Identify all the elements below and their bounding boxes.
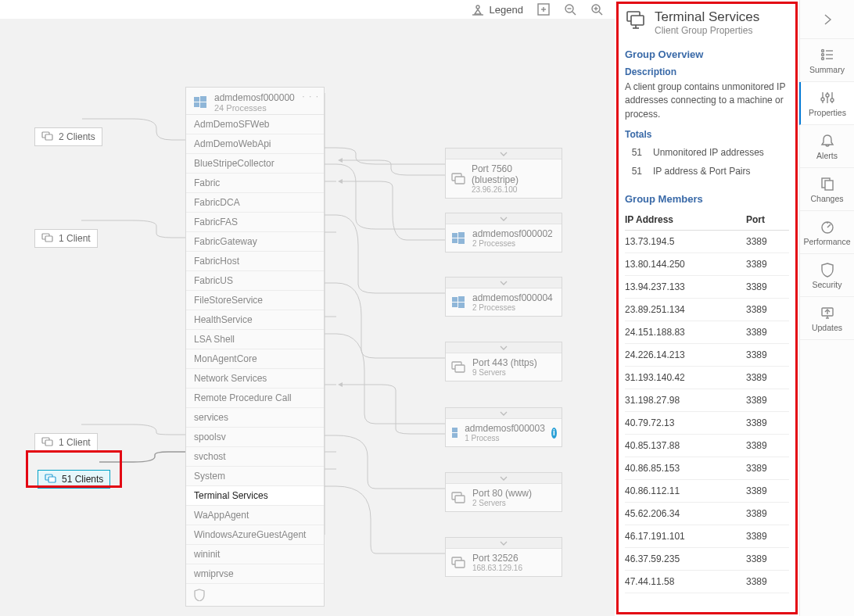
dependency-node[interactable]: Port 80 (www) 2 Servers (445, 472, 562, 512)
process-row[interactable]: wininit (186, 545, 324, 564)
rail-expand[interactable] (800, 0, 854, 39)
table-row[interactable]: 31.198.27.98 3389 (625, 389, 789, 412)
svg-marker-28 (338, 382, 343, 387)
process-row[interactable]: WindowsAzureGuestAgent (186, 525, 324, 545)
cell-port: 3389 (746, 412, 789, 435)
chevron-down-icon (500, 151, 508, 157)
expand-bar[interactable] (446, 342, 562, 353)
process-row[interactable]: BlueStripeCollector (186, 154, 324, 174)
dependency-node[interactable]: Port 32526 168.63.129.16 (445, 537, 562, 577)
cell-port: 3389 (746, 548, 789, 571)
table-row[interactable]: 13.80.144.250 3389 (625, 253, 789, 276)
process-row[interactable]: svchost (186, 447, 324, 467)
rail-tab-performance[interactable]: Performance (800, 211, 854, 254)
process-row[interactable]: FileStoreService (186, 291, 324, 310)
client-group-chip[interactable]: 1 Client (34, 433, 98, 452)
table-row[interactable]: 31.193.140.42 3389 (625, 367, 789, 389)
zoom-out-button[interactable] (564, 3, 576, 16)
dependency-node[interactable]: Port 7560 (bluestripe) 23.96.26.100 (445, 148, 562, 199)
dependency-node[interactable]: admdemosf000002 2 Processes (445, 213, 562, 252)
rail-tab-properties[interactable]: Properties (799, 82, 854, 125)
client-chip-label: 2 Clients (59, 131, 95, 142)
process-row[interactable]: Terminal Services (186, 486, 324, 506)
process-row[interactable]: Network Services (186, 369, 324, 389)
machine-node[interactable]: admdemosf000000 24 Processes · · · AdmDe… (185, 87, 325, 607)
table-row[interactable]: 40.85.137.88 3389 (625, 435, 789, 457)
dependency-node[interactable]: admdemosf000004 2 Processes (445, 277, 562, 317)
process-row[interactable]: FabricFAS (186, 213, 324, 232)
machine-header[interactable]: admdemosf000000 24 Processes · · · (186, 88, 324, 115)
cell-ip: 40.86.112.11 (625, 480, 746, 503)
process-row[interactable]: wmiprvse (186, 564, 324, 584)
machine-footer (186, 584, 324, 606)
cell-ip: 47.44.11.58 (625, 571, 746, 593)
svg-rect-58 (455, 496, 465, 503)
process-row[interactable]: FabricGateway (186, 232, 324, 252)
rail-tab-alerts[interactable]: Alerts (800, 125, 854, 168)
table-row[interactable]: 23.89.251.134 3389 (625, 299, 789, 321)
expand-bar[interactable] (446, 278, 562, 288)
process-row[interactable]: LSA Shell (186, 330, 324, 349)
cell-ip: 31.193.140.42 (625, 367, 746, 389)
zoom-in-button[interactable] (590, 3, 603, 16)
process-row[interactable]: services (186, 408, 324, 428)
totals-heading: Totals (625, 129, 789, 140)
rail-tab-updates[interactable]: Updates (800, 297, 854, 340)
process-row[interactable]: System (186, 467, 324, 486)
th-port: Port (746, 210, 789, 231)
rail-tab-changes[interactable]: Changes (800, 168, 854, 211)
table-row[interactable]: 45.62.206.34 3389 (625, 503, 789, 525)
client-group-chip[interactable]: 51 Clients (38, 470, 110, 489)
table-row[interactable]: 24.151.188.83 3389 (625, 321, 789, 344)
machine-menu-icon[interactable]: · · · (302, 91, 319, 102)
process-row[interactable]: FabricHost (186, 252, 324, 271)
dependency-node[interactable]: admdemosf000003 1 Process i (445, 407, 562, 447)
process-row[interactable]: AdmDemoWebApi (186, 134, 324, 154)
client-group-icon (625, 9, 647, 31)
dep-sub: 2 Servers (472, 499, 532, 507)
windows-icon (450, 295, 466, 310)
svg-rect-53 (452, 428, 458, 432)
process-row[interactable]: WaAppAgent (186, 506, 324, 525)
process-row[interactable]: spoolsv (186, 428, 324, 447)
legend-button[interactable]: Legend (471, 2, 523, 16)
table-row[interactable]: 40.86.85.153 3389 (625, 457, 789, 480)
table-row[interactable]: 46.17.191.101 3389 (625, 525, 789, 548)
cell-port: 3389 (746, 571, 789, 593)
client-group-chip[interactable]: 1 Client (34, 229, 98, 248)
fit-button[interactable] (537, 3, 550, 16)
expand-bar[interactable] (446, 213, 562, 224)
info-icon[interactable]: i (551, 428, 557, 439)
expand-bar[interactable] (446, 408, 562, 419)
client-group-chip[interactable]: 2 Clients (34, 127, 102, 146)
process-row[interactable]: FabricUS (186, 271, 324, 291)
rail-label: Summary (809, 65, 845, 74)
process-row[interactable]: HealthService (186, 310, 324, 330)
rail-tab-summary[interactable]: Summary (800, 39, 854, 82)
svg-line-6 (572, 12, 576, 15)
dependency-node[interactable]: Port 443 (https) 9 Servers (445, 342, 562, 381)
table-row[interactable]: 13.94.237.133 3389 (625, 276, 789, 299)
totals-number: 51 (625, 147, 642, 158)
cell-port: 3389 (746, 457, 789, 480)
process-row[interactable]: Remote Procedure Call (186, 389, 324, 408)
table-row[interactable]: 40.79.72.13 3389 (625, 412, 789, 435)
cell-ip: 13.94.237.133 (625, 276, 746, 299)
process-row[interactable]: MonAgentCore (186, 349, 324, 369)
table-row[interactable]: 24.226.14.213 3389 (625, 344, 789, 367)
expand-bar[interactable] (446, 473, 562, 484)
table-row[interactable]: 13.73.194.5 3389 (625, 231, 789, 253)
process-row[interactable]: AdmDemoSFWeb (186, 115, 324, 134)
table-row[interactable]: 46.37.59.235 3389 (625, 548, 789, 571)
process-row[interactable]: Fabric (186, 174, 324, 193)
expand-bar[interactable] (446, 149, 562, 159)
process-row[interactable]: FabricDCA (186, 193, 324, 213)
rail-tab-security[interactable]: Security (800, 254, 854, 297)
dependency-map-canvas[interactable]: 2 Clients 1 Client 1 Client 51 Clients a… (0, 19, 615, 616)
expand-bar[interactable] (446, 538, 562, 549)
server-group-icon (450, 556, 466, 570)
table-row[interactable]: 40.86.112.11 3389 (625, 480, 789, 503)
table-row[interactable]: 47.44.11.58 3389 (625, 571, 789, 593)
dep-sub: 9 Servers (472, 368, 537, 377)
chevron-down-icon (500, 280, 508, 286)
